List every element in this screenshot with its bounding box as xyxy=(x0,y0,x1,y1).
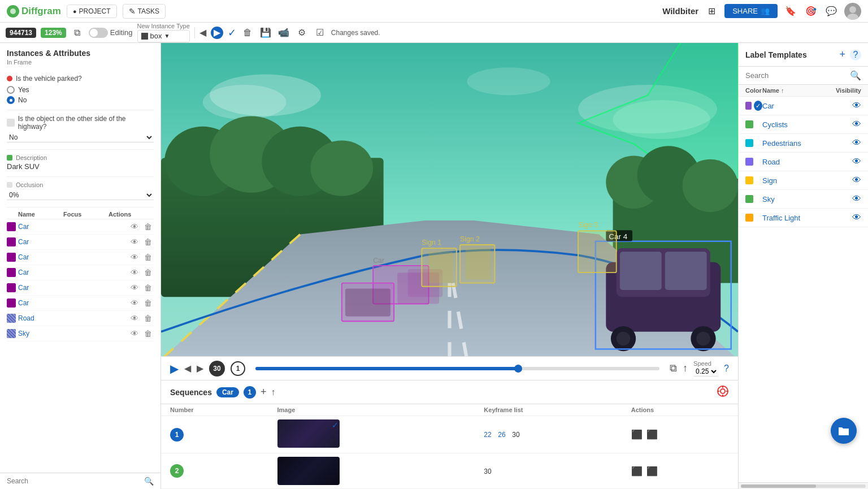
next-frame-button[interactable]: ▶ xyxy=(197,363,203,374)
user-avatar[interactable] xyxy=(844,3,861,20)
fab-button[interactable] xyxy=(831,418,857,444)
left-search-input[interactable] xyxy=(7,477,144,485)
eye-icon[interactable]: 👁 xyxy=(129,237,140,246)
next-frame-icon[interactable]: ▶ xyxy=(211,27,223,39)
seq-edit-icon-2[interactable]: ⬛ xyxy=(631,466,643,476)
eye-icon[interactable]: 👁 xyxy=(129,283,140,292)
label-name-road[interactable]: Road xyxy=(762,158,852,166)
trash-icon[interactable]: 🗑 xyxy=(142,222,154,231)
prev-frame-button[interactable]: ◀ xyxy=(184,363,191,374)
tasks-nav-btn[interactable]: ✎ TASKS xyxy=(123,4,166,19)
pedestrians-flag-container xyxy=(745,139,762,147)
seq-actions-cell: ⬛ ⬛ xyxy=(622,453,738,489)
speed-select[interactable]: 0.25 0.5 1.0 2.0 xyxy=(693,367,718,377)
sky-color-swatch xyxy=(745,195,753,203)
delete-icon[interactable]: 🗑 xyxy=(241,26,254,40)
settings-icon[interactable]: ⚙ xyxy=(295,26,309,40)
toggle-track[interactable] xyxy=(89,28,108,38)
trash-icon[interactable]: 🗑 xyxy=(142,329,154,338)
help-label-icon[interactable]: ? xyxy=(850,49,861,60)
yes-radio[interactable] xyxy=(7,86,15,94)
eye-icon[interactable]: 👁 xyxy=(129,222,140,231)
label-name-sky[interactable]: Sky xyxy=(762,195,852,204)
occlusion-label: Occlusion xyxy=(7,181,154,188)
eye-icon[interactable]: 👁 xyxy=(129,329,140,338)
label-name-pedestrians[interactable]: Pedestrians xyxy=(762,139,852,148)
share-button[interactable]: SHARE 👥 xyxy=(724,4,778,18)
keyframe-22[interactable]: 22 xyxy=(484,431,491,439)
instance-name[interactable]: Car xyxy=(18,284,127,292)
eye-icon[interactable]: 👁 xyxy=(129,253,140,262)
keyframe-26[interactable]: 26 xyxy=(498,431,505,439)
svg-point-0 xyxy=(10,8,16,14)
video-slider[interactable] xyxy=(255,367,659,370)
project-nav-btn[interactable]: ● PROJECT xyxy=(67,5,117,18)
play-button[interactable]: ▶ xyxy=(170,362,179,375)
label-name-sign[interactable]: Sign xyxy=(762,176,852,185)
video-icon[interactable]: 📹 xyxy=(277,26,290,40)
instance-name[interactable]: Car xyxy=(18,299,127,307)
yes-radio-row[interactable]: Yes xyxy=(7,85,154,95)
upload-sequence-icon[interactable]: ↑ xyxy=(271,387,275,397)
save-icon[interactable]: 💾 xyxy=(259,26,272,40)
eye-icon-cyclists[interactable]: 👁 xyxy=(852,119,861,129)
bookmark-icon[interactable]: 🔖 xyxy=(783,4,798,19)
help-icon[interactable]: ? xyxy=(724,363,729,374)
slider-thumb[interactable] xyxy=(514,365,522,373)
eye-icon[interactable]: 👁 xyxy=(129,298,140,308)
right-panel-scrollbar[interactable] xyxy=(739,482,868,489)
highway-dropdown[interactable]: No Yes xyxy=(7,133,154,142)
upload-icon[interactable]: ↑ xyxy=(683,362,688,374)
instance-name[interactable]: Road xyxy=(18,314,127,322)
instance-name[interactable]: Car xyxy=(18,253,127,261)
add-sequence-icon[interactable]: + xyxy=(261,386,267,398)
instance-name[interactable]: Car xyxy=(18,269,127,276)
editing-toggle[interactable]: Editing xyxy=(89,28,133,38)
instance-type-selector[interactable]: box ▼ xyxy=(137,30,190,42)
seq-copy-icon[interactable]: ⬛ xyxy=(646,430,658,439)
description-value[interactable]: Dark SUV xyxy=(7,161,154,172)
instance-name[interactable]: Sky xyxy=(18,330,127,337)
eye-icon-sign[interactable]: 👁 xyxy=(852,175,861,185)
confirm-icon[interactable]: ✓ xyxy=(228,27,236,39)
search-icon[interactable]: 🔍 xyxy=(850,70,861,81)
add-label-icon[interactable]: + xyxy=(839,49,845,60)
prev-frame-icon[interactable]: ◀ xyxy=(199,27,206,38)
trash-icon[interactable]: 🗑 xyxy=(142,268,154,277)
label-name-cyclists[interactable]: Cyclists xyxy=(762,120,852,129)
search-icon[interactable]: 🔍 xyxy=(144,477,154,486)
checkbox-icon[interactable]: ☑ xyxy=(313,26,327,40)
eye-icon-sky[interactable]: 👁 xyxy=(852,194,861,204)
eye-icon[interactable]: 👁 xyxy=(129,268,140,277)
trash-icon[interactable]: 🗑 xyxy=(142,298,154,308)
eye-icon-road[interactable]: 👁 xyxy=(852,157,861,167)
eye-icon-car[interactable]: 👁 xyxy=(852,101,861,111)
seq-edit-icon[interactable]: ⬛ xyxy=(631,430,643,439)
duplicate-icon[interactable]: ⧉ xyxy=(71,26,84,40)
name-col-header sort-asc[interactable]: Name ↑ xyxy=(762,87,836,94)
trash-icon[interactable]: 🗑 xyxy=(142,283,154,292)
target-sequence-icon[interactable] xyxy=(717,385,729,399)
eye-icon-pedestrians[interactable]: 👁 xyxy=(852,138,861,148)
app-logo[interactable]: Diffgram xyxy=(7,5,61,18)
grid-icon[interactable]: ⊞ xyxy=(704,4,719,19)
eye-icon-traffic-light[interactable]: 👁 xyxy=(852,213,861,223)
sequence-type-tag[interactable]: Car xyxy=(216,387,239,397)
seq-copy-icon-2[interactable]: ⬛ xyxy=(646,466,658,476)
video-controls: ▶ ◀ ▶ 30 1 ⧉ ↑ Speed 0.25 0.5 1.0 2.0 ? xyxy=(161,356,738,380)
eye-icon[interactable]: 👁 xyxy=(129,314,140,323)
target-icon[interactable]: 🎯 xyxy=(804,4,818,19)
label-search-input[interactable] xyxy=(745,71,850,80)
copy-frame-icon[interactable]: ⧉ xyxy=(670,362,677,374)
instance-name[interactable]: Car xyxy=(18,238,127,246)
label-name-car[interactable]: Car xyxy=(762,102,852,110)
no-radio[interactable] xyxy=(7,96,15,104)
occlusion-dropdown[interactable]: 0% 25% 50% 75% 100% xyxy=(7,191,154,200)
chat-icon[interactable]: 💬 xyxy=(824,4,839,19)
label-name-traffic-light[interactable]: Traffic Light xyxy=(762,214,852,222)
instance-name[interactable]: Car xyxy=(18,223,127,231)
trash-icon[interactable]: 🗑 xyxy=(142,253,154,262)
no-radio-row[interactable]: No xyxy=(7,95,154,105)
trash-icon[interactable]: 🗑 xyxy=(142,237,154,246)
trash-icon[interactable]: 🗑 xyxy=(142,314,154,323)
